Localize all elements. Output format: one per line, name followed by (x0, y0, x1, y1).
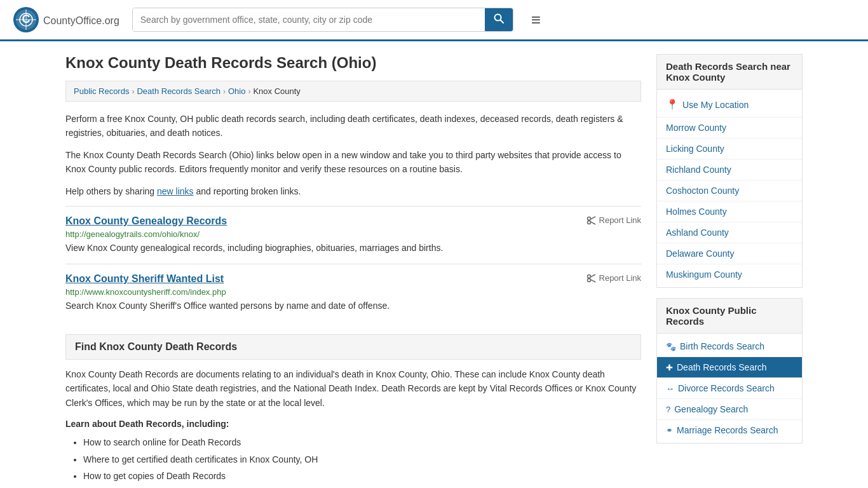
search-input[interactable] (133, 8, 485, 31)
breadcrumb-public-records[interactable]: Public Records (74, 86, 129, 96)
marriage-label: Marriage Records Search (677, 425, 778, 435)
intro3-post: and reporting broken links. (194, 186, 301, 196)
record-sheriff: Knox County Sheriff Wanted List Report L… (65, 264, 641, 322)
public-records-link-divorce[interactable]: ↔ Divorce Records Search (657, 378, 802, 399)
death-icon: ✚ (666, 363, 673, 372)
nearby-county-5[interactable]: Ashland County (657, 222, 802, 243)
record-desc-2: Search Knox County Sheriff's Office want… (65, 299, 641, 313)
learn-heading: Learn about Death Records, including: (65, 419, 641, 429)
use-location-link[interactable]: 📍 Use My Location (657, 92, 802, 118)
nearby-county-2[interactable]: Richland County (657, 159, 802, 180)
svg-line-14 (590, 274, 595, 277)
record-genealogy: Knox County Genealogy Records Report Lin… (65, 206, 641, 264)
svg-line-11 (590, 222, 595, 224)
logo-text: CountyOffice.org (43, 13, 119, 27)
scissors-icon-1 (587, 215, 597, 226)
svg-line-10 (590, 217, 595, 219)
svg-point-9 (587, 220, 590, 224)
nearby-county-4[interactable]: Holmes County (657, 201, 802, 222)
intro-text-3: Help others by sharing new links and rep… (65, 184, 641, 198)
birth-label: Birth Records Search (680, 341, 764, 351)
breadcrumb: Public Records › Death Records Search › … (65, 81, 641, 102)
intro-text-2: The Knox County Death Records Search (Oh… (65, 148, 641, 177)
record-header-1: Knox County Genealogy Records Report Lin… (65, 215, 641, 227)
record-header-2: Knox County Sheriff Wanted List Report L… (65, 273, 641, 285)
main-content: Knox County Death Records Search (Ohio) … (65, 54, 641, 488)
report-label-1: Report Link (599, 215, 641, 225)
divorce-icon: ↔ (666, 384, 674, 393)
intro3-pre: Help others by sharing (65, 186, 157, 196)
search-bar (132, 8, 513, 32)
genealogy-icon: ? (666, 405, 670, 414)
svg-point-8 (587, 217, 590, 220)
sidebar: Death Records Search near Knox County 📍 … (656, 54, 803, 488)
breadcrumb-death-records[interactable]: Death Records Search (137, 86, 220, 96)
use-location-label: Use My Location (682, 100, 749, 110)
report-link-1[interactable]: Report Link (587, 215, 641, 226)
search-button[interactable] (485, 8, 513, 31)
logo-suffix: .org (102, 15, 119, 26)
svg-point-12 (587, 274, 590, 278)
nearby-county-1[interactable]: Licking County (657, 139, 802, 159)
logo-name: CountyOffice (43, 15, 102, 26)
scissors-icon-2 (587, 273, 597, 283)
nearby-panel-header: Death Records Search near Knox County (657, 55, 802, 90)
public-records-link-marriage[interactable]: ⚭ Marriage Records Search (657, 420, 802, 440)
marriage-icon: ⚭ (666, 426, 673, 435)
page-title: Knox County Death Records Search (Ohio) (65, 54, 641, 72)
new-links-link[interactable]: new links (157, 186, 194, 196)
birth-icon: 🐾 (666, 342, 676, 351)
find-desc: Knox County Death Records are documents … (65, 367, 641, 410)
svg-point-13 (587, 278, 590, 281)
genealogy-label: Genealogy Search (674, 404, 748, 414)
nearby-county-7[interactable]: Muskingum County (657, 264, 802, 285)
death-label: Death Records Search (677, 362, 767, 372)
public-records-panel-body: 🐾 Birth Records Search ✚ Death Records S… (657, 334, 802, 443)
record-desc-1: View Knox County genealogical records, i… (65, 241, 641, 255)
learn-bullets: How to search online for Death Records W… (65, 434, 641, 488)
public-records-link-genealogy[interactable]: ? Genealogy Search (657, 399, 802, 420)
breadcrumb-ohio[interactable]: Ohio (228, 86, 245, 96)
find-section-heading: Find Knox County Death Records (65, 334, 641, 360)
record-title-1[interactable]: Knox County Genealogy Records (65, 215, 227, 227)
record-title-2[interactable]: Knox County Sheriff Wanted List (65, 273, 224, 285)
bullet-1: How to search online for Death Records (83, 434, 641, 451)
hamburger-menu[interactable]: ≡ (526, 8, 546, 32)
bullet-3: How to get copies of Death Records (83, 468, 641, 485)
public-records-panel: Knox County Public Records 🐾 Birth Recor… (656, 298, 803, 444)
nearby-county-6[interactable]: Delaware County (657, 243, 802, 264)
bullet-4: What information is part of the death in… (83, 485, 641, 488)
record-url-1: http://genealogytrails.com/ohio/knox/ (65, 229, 641, 239)
svg-line-7 (500, 20, 503, 24)
breadcrumb-sep-2: › (223, 87, 226, 96)
record-url-2: http://www.knoxcountysheriff.com/index.p… (65, 287, 641, 297)
search-icon (494, 13, 504, 24)
breadcrumb-sep-1: › (132, 87, 134, 96)
report-label-2: Report Link (599, 273, 641, 283)
svg-line-15 (590, 280, 595, 282)
intro-text-1: Perform a free Knox County, OH public de… (65, 112, 641, 140)
logo-icon: C (13, 6, 39, 33)
report-link-2[interactable]: Report Link (587, 273, 641, 283)
breadcrumb-sep-3: › (248, 87, 250, 96)
nearby-panel-body: 📍 Use My Location Morrow County Licking … (657, 90, 802, 287)
nearby-panel: Death Records Search near Knox County 📍 … (656, 54, 803, 288)
location-pin-icon: 📍 (666, 98, 679, 111)
nearby-county-3[interactable]: Coshocton County (657, 180, 802, 201)
header: C CountyOffice.org ≡ (0, 0, 868, 41)
breadcrumb-knox-county: Knox County (253, 86, 300, 96)
public-records-link-death[interactable]: ✚ Death Records Search (657, 357, 802, 378)
public-records-link-birth[interactable]: 🐾 Birth Records Search (657, 336, 802, 357)
bullet-2: Where to get certified death certificate… (83, 451, 641, 468)
nearby-county-0[interactable]: Morrow County (657, 118, 802, 139)
logo-link[interactable]: C CountyOffice.org (13, 6, 119, 33)
page-container: Knox County Death Records Search (Ohio) … (53, 41, 815, 488)
divorce-label: Divorce Records Search (678, 383, 775, 393)
public-records-panel-header: Knox County Public Records (657, 299, 802, 334)
